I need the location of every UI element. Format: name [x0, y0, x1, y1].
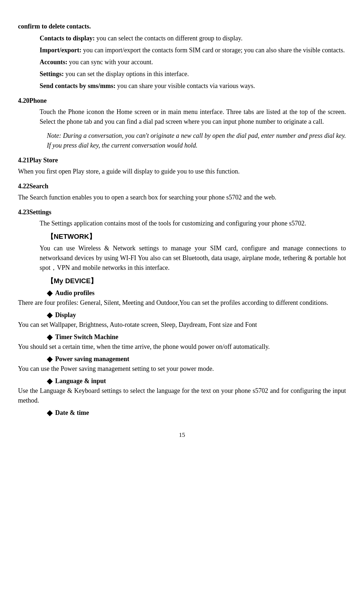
- settings-line: Settings: you can set the display option…: [40, 69, 346, 79]
- display-heading-text: Display: [55, 311, 76, 319]
- timer-heading-text: Timer Switch Machine: [55, 333, 118, 341]
- section-420-heading: 4.20Phone: [18, 96, 346, 106]
- timer-heading: ◆ Timer Switch Machine: [47, 333, 346, 341]
- audio-profiles-heading: ◆ Audio profiles: [47, 289, 346, 297]
- date-heading: ◆ Date & time: [47, 408, 346, 417]
- confirm-line: confirm to delete contacts.: [18, 22, 346, 31]
- network-heading: 【NETWORK】: [47, 232, 346, 241]
- import-text: you can import/export the contacts form …: [83, 47, 345, 54]
- section-421-heading: 4.21Play Store: [18, 155, 346, 165]
- send-text: you can share your visible contacts via …: [117, 82, 255, 89]
- settings-label: Settings:: [40, 70, 64, 78]
- accounts-line: Accounts: you can sync with your account…: [40, 57, 346, 67]
- play-store-text: When you first open Play store, a guide …: [18, 167, 346, 176]
- display-heading: ◆ Display: [47, 311, 346, 319]
- bullet-diamond-date: ◆: [47, 408, 52, 417]
- bullet-diamond-display: ◆: [47, 311, 52, 319]
- audio-heading-text: Audio profiles: [55, 289, 94, 297]
- bullet-diamond-timer: ◆: [47, 333, 52, 341]
- language-heading: ◆ Language & input: [47, 377, 346, 385]
- send-contacts-line: Send contacts by sms/mms: you can share …: [40, 81, 346, 91]
- section-422-heading: 4.22Search: [18, 181, 346, 191]
- language-text: Use the Language & Keyboard settings to …: [18, 386, 346, 405]
- date-heading-text: Date & time: [55, 409, 89, 417]
- accounts-label: Accounts:: [40, 58, 67, 66]
- import-label: Import/export:: [40, 47, 81, 54]
- contacts-label: Contacts to display:: [40, 35, 95, 42]
- timer-text: You should set a certain time, when the …: [18, 342, 346, 352]
- import-export-line: Import/export: you can import/export the…: [40, 45, 346, 55]
- power-text: You can use the Power saving management …: [18, 364, 346, 374]
- search-text: The Search function enables you to open …: [18, 193, 346, 202]
- display-text: You can set Wallpaper, Brightness, Auto-…: [18, 320, 346, 330]
- contacts-display-line: Contacts to display: you can select the …: [40, 34, 346, 43]
- page-content: confirm to delete contacts. Contacts to …: [18, 22, 346, 439]
- settings-text: you can set the display options in this …: [66, 70, 189, 78]
- contacts-text: you can select the contacts on different…: [97, 35, 243, 42]
- send-label: Send contacts by sms/mms:: [40, 82, 116, 89]
- power-heading: ◆ Power saving management: [47, 355, 346, 363]
- section-423-heading: 4.23Settings: [18, 207, 346, 217]
- bullet-diamond-language: ◆: [47, 377, 52, 385]
- settings-app-text: The Settings application contains most o…: [40, 219, 346, 228]
- accounts-text: you can sync with your account.: [69, 58, 153, 66]
- page-number: 15: [18, 431, 346, 439]
- bullet-diamond-audio: ◆: [47, 289, 52, 297]
- network-text: You can use Wireless & Network settings …: [40, 244, 346, 273]
- device-heading: 【My DEVICE】: [47, 276, 346, 286]
- bullet-diamond-power: ◆: [47, 355, 52, 363]
- power-heading-text: Power saving management: [55, 355, 129, 363]
- phone-para1: Touch the Phone iconon the Home screen o…: [40, 107, 346, 127]
- audio-text: There are four profiles: General, Silent…: [18, 298, 346, 308]
- confirm-bold: confirm to delete contacts.: [18, 23, 91, 30]
- language-heading-text: Language & input: [55, 377, 106, 385]
- note-italic: Note: During a conversation, you can't o…: [47, 131, 346, 150]
